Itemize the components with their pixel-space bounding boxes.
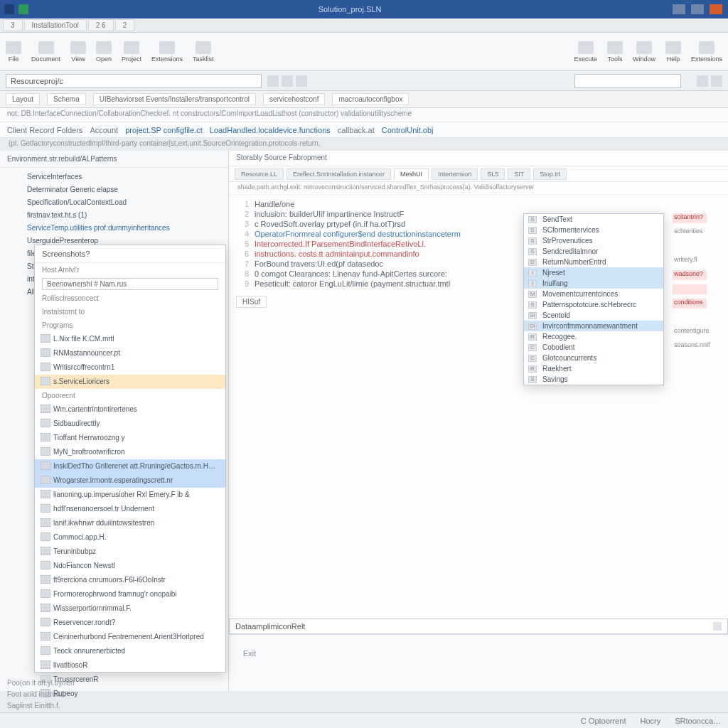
completion-item[interactable]: SPatternspototcure.scHebrecrc	[524, 299, 663, 310]
panel-item[interactable]: Wm.cartentrintontirertenes	[35, 402, 225, 417]
maximize-icon[interactable]	[691, 4, 704, 14]
crumb-5[interactable]: ControlUnit.obj	[382, 126, 434, 134]
close-icon[interactable]	[710, 4, 722, 14]
status-far[interactable]: SRtooncca…	[675, 717, 721, 725]
panel-item[interactable]: ft9rerciona cnrumuors.F6l-i6OoInstr	[35, 573, 225, 587]
tree-item[interactable]: Determinator Generic elapse	[0, 183, 228, 196]
error-chip[interactable]: writery.fl	[673, 256, 707, 266]
ribbon-tools[interactable]: Tools	[607, 41, 623, 63]
error-chip[interactable]: seasons.nnif	[673, 341, 707, 351]
address-input[interactable]	[6, 74, 262, 88]
addr-icon-2[interactable]	[282, 75, 293, 87]
completion-item[interactable]: IInulfang	[524, 278, 663, 289]
intellisense-popup[interactable]: SSendTextSSCformentervicesSStrProvenutic…	[523, 213, 664, 385]
panel-item[interactable]: NdoFiancon Newstl	[35, 559, 225, 573]
completion-item[interactable]: SSendcreditalmnor	[524, 246, 663, 257]
crumb-0[interactable]: Client Record Folders	[7, 126, 82, 134]
error-overview-strip[interactable]: scitantrin?schteritieswritery.flwadsone?…	[673, 213, 707, 355]
crumb-2[interactable]: project.SP configfile.ct	[125, 126, 203, 134]
completion-item[interactable]: CGlotcouncurrents	[524, 353, 663, 363]
panel-item[interactable]: Frormorerophrwond framnug'r onopaibi	[35, 587, 225, 601]
ribbon-open[interactable]: Open	[96, 41, 112, 63]
panel-item[interactable]: Writisrcoffrecontrn1	[35, 360, 225, 375]
qtab-3[interactable]: 2	[115, 19, 135, 31]
tree-item[interactable]: Specification/LocalContextLoad	[0, 196, 228, 209]
panel-item[interactable]: RNMastannouncer.pt	[35, 346, 225, 360]
right-icon-1[interactable]	[697, 75, 708, 87]
panel-item[interactable]: InsklDedTho Grillerenet att.Rruning/eGac…	[35, 459, 225, 473]
panel-item[interactable]: Wissserportiornrimmal.F.	[35, 601, 225, 616]
error-chip[interactable]: contentigure	[673, 327, 707, 337]
completion-item[interactable]: CCobodient	[524, 342, 663, 353]
editor-tab[interactable]: Ereflect.SnrInstallation.instancer	[287, 168, 391, 180]
crumb-1[interactable]: Account	[90, 126, 118, 134]
qtab-1[interactable]: InstallationTool	[24, 19, 87, 31]
error-chip[interactable]: scitantrin?	[673, 213, 707, 223]
editor-tab[interactable]: Stop.trt	[533, 168, 567, 180]
error-chip[interactable]: schterities	[673, 228, 707, 237]
ribbon-extensions[interactable]: Extensions	[151, 41, 183, 63]
ribbon-search-input[interactable]	[574, 74, 681, 88]
addr-icon-3[interactable]	[296, 75, 307, 87]
ribbon-project[interactable]: Project	[122, 41, 141, 63]
completion-item[interactable]: SStrProvenutices	[524, 235, 663, 246]
completion-item[interactable]: DReturnNumberEntrd	[524, 257, 663, 267]
tbtn-events[interactable]: UIBehaviorset Events/Installers/transpor…	[93, 93, 256, 105]
panel-item[interactable]: Teock onnurenerbicted	[35, 644, 225, 658]
error-chip[interactable]	[673, 313, 707, 323]
ribbon-file[interactable]: File	[6, 41, 21, 63]
panel-item[interactable]: hdfl'nsenanoersoel.tr Undernent	[35, 502, 225, 516]
ribbon-execute[interactable]: Execute	[574, 41, 597, 63]
tbtn-layout[interactable]: Layout	[6, 93, 40, 105]
panel-item[interactable]: Ceininerhurbond Fentremenent.Arient3Horl…	[35, 630, 225, 644]
crumb-4[interactable]: callback.at	[338, 126, 375, 134]
chevron-down-icon[interactable]	[713, 622, 722, 631]
panel-item[interactable]: Tioffant Herrwroozng y	[35, 431, 225, 445]
tbtn-schema[interactable]: Schema	[47, 93, 86, 105]
completion-item[interactable]: SSCformentervices	[524, 225, 663, 235]
panel-item[interactable]: lanif.ikwhnwr dduiiintowsitestren	[35, 516, 225, 530]
completion-item[interactable]: MMovementcurrentcinces	[524, 289, 663, 299]
completion-item[interactable]: RRaekhert	[524, 363, 663, 374]
editor-tab[interactable]: Intertension	[432, 168, 478, 180]
editor-tab[interactable]: SIT	[508, 168, 530, 180]
output-bar[interactable]: DataamplimiconRelt	[229, 619, 728, 634]
tree-item[interactable]: ServiceTemp.utilities prof.dummyinherita…	[0, 222, 228, 235]
panel-item[interactable]: Wrogarster.Irmontr.esperatingscrett.nr	[35, 473, 225, 488]
ribbon-view[interactable]: View	[70, 41, 86, 63]
panel-item[interactable]: Commoci.app.H.	[35, 530, 225, 545]
error-chip[interactable]	[673, 284, 707, 294]
addr-icon-1[interactable]	[267, 75, 279, 87]
status-center[interactable]: C Optoorrent	[581, 717, 626, 725]
panel-item[interactable]: Sidbaudirecttly	[35, 417, 225, 431]
error-chip[interactable]: conditions	[673, 299, 707, 309]
quick-open-panel[interactable]: Screenshots? Host Amlvl’r Beenownershi #…	[34, 245, 226, 673]
tbtn-svc[interactable]: servicehostconf	[263, 93, 325, 105]
crumb-3[interactable]: LoadHandled.localdevice.functions	[210, 126, 331, 134]
right-icon-2[interactable]	[711, 75, 722, 87]
qtab-2[interactable]: 2 6	[88, 19, 114, 31]
minimize-icon[interactable]	[673, 4, 685, 14]
completion-item[interactable]: SIScentold	[524, 310, 663, 321]
completion-item[interactable]: INjreset	[524, 267, 663, 278]
qtab-0[interactable]: 3	[3, 19, 23, 31]
completion-item[interactable]: SSavings	[524, 374, 663, 385]
panel-item[interactable]: MyN_broftrootwrificron	[35, 445, 225, 459]
panel-item[interactable]: Teruninbubpz	[35, 545, 225, 559]
editor-tab[interactable]: SL5	[481, 168, 505, 180]
panel-item[interactable]: lianoning.up.imperusioher Rxl Emery.F ib…	[35, 488, 225, 502]
ribbon-help[interactable]: Help	[665, 41, 681, 63]
code-action-button[interactable]: HISuf	[236, 296, 267, 308]
ribbon-tasklist[interactable]: Tasklist	[193, 41, 214, 63]
completion-item[interactable]: SSendText	[524, 214, 663, 225]
panel-item[interactable]: L.Nix file K.CM.mrtl	[35, 332, 225, 346]
ribbon-document[interactable]: Document	[31, 41, 60, 63]
panel-item[interactable]: s.ServiceLioricers	[35, 375, 225, 389]
error-chip[interactable]: wadsone?	[673, 270, 707, 280]
tree-item[interactable]: firstnav.text.ht.s (1)	[0, 209, 228, 222]
tbtn-macro[interactable]: macroautoconfigbox	[332, 93, 409, 105]
editor-tab[interactable]: Resource.LL	[235, 168, 284, 180]
panel-field-1[interactable]: Beenownershi # Nam.rus	[42, 278, 218, 290]
ribbon-window[interactable]: Window	[633, 41, 655, 63]
error-chip[interactable]	[673, 242, 707, 252]
